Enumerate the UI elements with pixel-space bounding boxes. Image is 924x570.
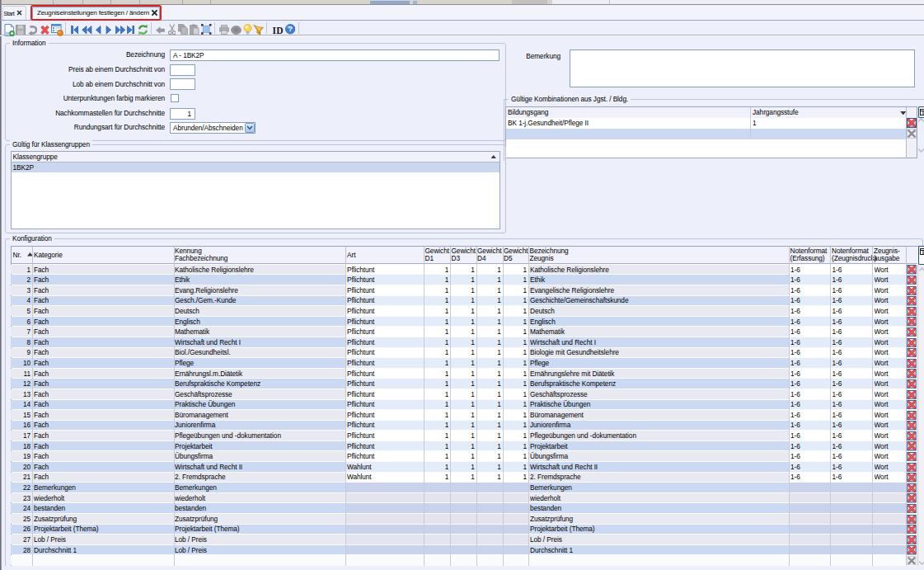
svg-text:?: ? — [288, 25, 293, 33]
